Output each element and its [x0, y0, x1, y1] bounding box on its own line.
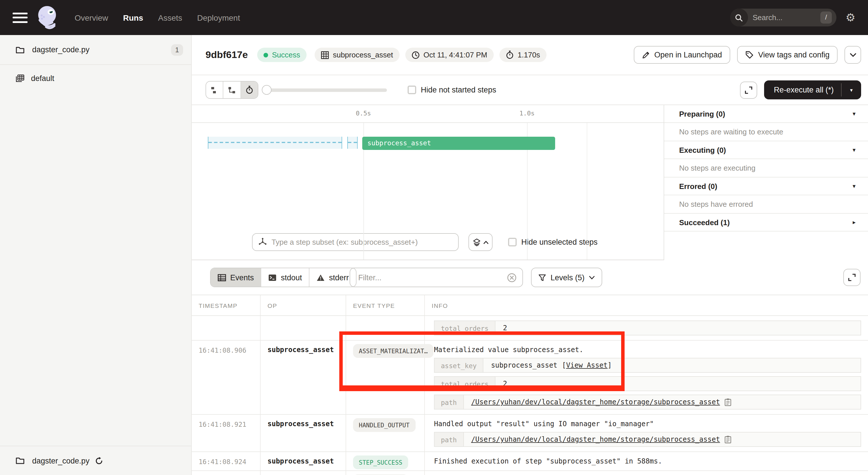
reexecute-dropdown-button[interactable]: ▾ — [842, 87, 861, 93]
log-tab-label: stderr — [329, 273, 349, 282]
log-op: subprocess_asset — [260, 415, 346, 451]
path-link[interactable]: /Users/yuhan/dev/local/dagster_home/stor… — [471, 398, 720, 406]
path-link[interactable]: /Users/yuhan/dev/local/dagster_home/stor… — [471, 435, 720, 443]
gantt-waiting-segment — [208, 137, 342, 149]
run-tag[interactable]: Oct 11, 4:41:07 PM — [405, 48, 493, 62]
event-type-badge: HANDLED_OUTPUT — [353, 418, 415, 432]
dagster-logo-icon[interactable] — [36, 4, 60, 31]
code-location-label: dagster_code.py — [32, 46, 90, 54]
view-tags-config-button[interactable]: View tags and config — [737, 46, 838, 64]
nav-item-runs[interactable]: Runs — [123, 13, 143, 22]
gantt-fullscreen-button[interactable] — [740, 82, 757, 99]
left-sidebar: dagster_code.py 1 default dagster_code.p… — [0, 35, 192, 475]
hide-not-started-checkbox[interactable] — [408, 86, 416, 94]
event-type-badge: STEP_SUCCESS — [353, 455, 408, 469]
log-tab-Events[interactable]: Events — [211, 268, 261, 287]
step-subset-input[interactable] — [272, 238, 453, 246]
top-nav-bar: OverviewRunsAssetsDeployment Search... /… — [0, 0, 868, 35]
timed-view-button[interactable] — [240, 82, 258, 98]
log-timestamp — [192, 316, 260, 340]
log-row: 16:41:09.013-ENGINE_EVENTMultiprocess ex… — [192, 471, 868, 475]
clear-filter-icon[interactable] — [507, 272, 517, 282]
kv-key: asset_key — [435, 358, 484, 372]
funnel-icon — [538, 274, 546, 281]
kv-row-total_orders: total_orders2 — [434, 376, 861, 391]
settings-gear-icon[interactable]: ⚙ — [846, 12, 856, 23]
pencil-icon — [642, 51, 650, 59]
copy-icon[interactable] — [724, 398, 732, 406]
gantt-view-mode-control — [206, 81, 258, 99]
triangle-down-icon: ▾ — [853, 111, 856, 117]
sidebar-item-default-repo[interactable]: default — [0, 65, 191, 91]
table-icon — [218, 274, 226, 281]
reload-icon[interactable] — [95, 456, 103, 465]
event-type-badge: ASSET_MATERIALIZAT… — [353, 344, 433, 358]
reexecute-all-button[interactable]: Re-execute all (*) ▾ — [764, 81, 861, 99]
chevron-down-icon — [589, 275, 595, 279]
log-op: subprocess_asset — [260, 340, 346, 414]
log-info: Finished execution of step "subprocess_a… — [425, 452, 868, 470]
run-tag[interactable]: 1.170s — [499, 48, 546, 62]
status-section-executing[interactable]: Executing (0)▾ — [664, 141, 868, 159]
tag-icon — [745, 51, 753, 59]
status-section-errored[interactable]: Errored (0)▾ — [664, 177, 868, 195]
run-status-badge: Success — [257, 48, 306, 62]
primary-nav: OverviewRunsAssetsDeployment — [74, 13, 240, 22]
status-section-preparing[interactable]: Preparing (0)▾ — [664, 105, 868, 123]
kv-row-asset_key: asset_keysubprocess_asset[View Asset] — [434, 358, 861, 373]
kv-key: total_orders — [435, 377, 495, 391]
log-filter-input[interactable] — [358, 273, 507, 282]
step-status-panel: Preparing (0)▾No steps are waiting to ex… — [663, 105, 868, 260]
run-tag-label: Oct 11, 4:41:07 PM — [423, 51, 487, 59]
run-header-more-button[interactable] — [844, 46, 861, 64]
layers-icon — [473, 238, 480, 246]
status-dot-icon — [263, 53, 268, 57]
copy-icon[interactable] — [724, 435, 732, 443]
gantt-layers-button[interactable] — [468, 233, 493, 251]
open-in-launchpad-button[interactable]: Open in Launchpad — [634, 46, 730, 64]
log-tabs: Eventsstdoutstderr — [210, 268, 356, 287]
status-section-body: No steps are executing — [664, 159, 868, 177]
sidebar-footer-code-location[interactable]: dagster_code.py — [0, 446, 191, 475]
log-fullscreen-button[interactable] — [843, 269, 861, 286]
gantt-viewport-edge — [587, 123, 587, 260]
stopwatch-icon — [505, 51, 514, 59]
kv-value: subprocess_asset[View Asset] — [484, 358, 861, 372]
nav-item-deployment[interactable]: Deployment — [197, 13, 240, 22]
events-table: TIMESTAMPOPEVENT TYPEINFO total_orders21… — [192, 295, 868, 475]
clock-icon — [411, 51, 420, 59]
nav-item-assets[interactable]: Assets — [158, 13, 182, 22]
log-op — [260, 316, 346, 340]
log-event-type: HANDLED_OUTPUT — [346, 415, 425, 451]
run-tag[interactable]: subprocess_asset — [315, 48, 400, 62]
axis-tick-label: 1.0s — [520, 110, 535, 117]
view-asset-link[interactable]: View Asset — [566, 361, 608, 369]
hide-unselected-checkbox[interactable] — [508, 238, 517, 246]
log-tab-stderr[interactable]: stderr — [309, 268, 355, 287]
zoom-slider-knob[interactable] — [262, 85, 272, 95]
log-filter-wrap — [350, 268, 523, 287]
menu-icon[interactable] — [12, 12, 28, 23]
run-tags: subprocess_assetOct 11, 4:41:07 PM1.170s — [315, 48, 547, 62]
log-tab-stdout[interactable]: stdout — [261, 268, 309, 287]
run-count-badge: 1 — [171, 44, 183, 55]
log-message: Handled output "result" using IO manager… — [434, 419, 861, 428]
waterfall-view-button[interactable] — [223, 82, 241, 98]
triangle-down-icon: ▾ — [853, 183, 856, 189]
levels-filter-button[interactable]: Levels (5) — [531, 268, 602, 287]
log-row: 16:41:08.906subprocess_assetASSET_MATERI… — [192, 340, 868, 415]
sidebar-item-code-location[interactable]: dagster_code.py 1 — [0, 35, 191, 65]
search-icon — [730, 9, 748, 26]
column-header-timestamp: TIMESTAMP — [192, 295, 260, 315]
op-selector-icon — [258, 238, 267, 246]
footer-code-location-label: dagster_code.py — [32, 456, 90, 465]
zoom-slider-track[interactable] — [267, 88, 387, 92]
flat-view-button[interactable] — [206, 82, 223, 98]
search-input[interactable]: Search... / — [730, 9, 836, 26]
gantt-step-bar[interactable]: subprocess_asset — [362, 137, 555, 150]
nav-item-overview[interactable]: Overview — [74, 13, 108, 22]
kv-value: 2 — [495, 377, 861, 391]
kv-value-text: 2 — [503, 380, 507, 388]
status-section-succeeded[interactable]: Succeeded (1)▸ — [664, 214, 868, 232]
events-table-header: TIMESTAMPOPEVENT TYPEINFO — [192, 295, 868, 316]
